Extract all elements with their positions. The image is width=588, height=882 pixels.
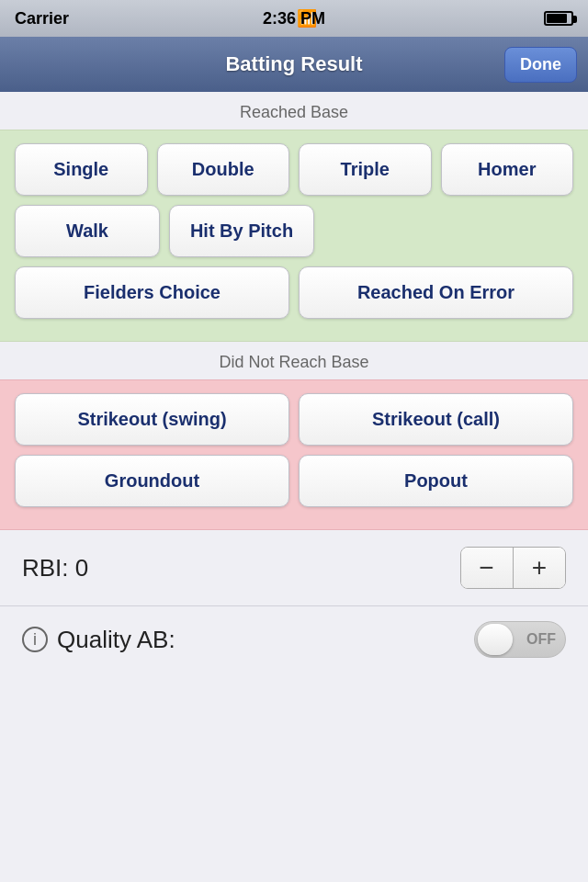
reached-base-label: Reached Base <box>0 92 588 130</box>
navigation-bar: Batting Result Done <box>0 37 588 92</box>
did-not-reach-section: Strikeout (swing) Strikeout (call) Groun… <box>0 379 588 530</box>
done-button[interactable]: Done <box>504 47 577 83</box>
quality-ab-label: Quality AB: <box>57 626 474 654</box>
rbi-stepper: − + <box>460 547 567 589</box>
walk-button[interactable]: Walk <box>15 205 160 257</box>
battery-icon <box>544 11 573 26</box>
status-bar: Carrier 📶 2:36 PM <box>0 0 588 37</box>
carrier-label: Carrier <box>15 9 69 28</box>
rbi-label: RBI: 0 <box>22 554 460 582</box>
quality-ab-row: i Quality AB: OFF <box>0 606 588 673</box>
triple-button[interactable]: Triple <box>299 143 432 196</box>
toggle-state: OFF <box>526 631 556 648</box>
reached-row-2: Walk Hit By Pitch <box>15 205 573 257</box>
hit-by-pitch-button[interactable]: Hit By Pitch <box>169 205 314 257</box>
groundout-button[interactable]: Groundout <box>15 455 289 507</box>
rbi-row: RBI: 0 − + <box>0 530 588 606</box>
single-button[interactable]: Single <box>15 143 148 196</box>
reached-row-1: Single Double Triple Homer <box>15 143 573 196</box>
page-title: Batting Result <box>225 52 362 76</box>
reached-on-error-button[interactable]: Reached On Error <box>299 266 573 319</box>
status-time: 2:36 PM <box>263 9 325 28</box>
double-button[interactable]: Double <box>157 143 290 196</box>
quality-ab-toggle[interactable]: OFF <box>474 621 566 658</box>
popout-button[interactable]: Popout <box>299 455 573 507</box>
dnr-row-2: Groundout Popout <box>15 455 573 507</box>
strikeout-call-button[interactable]: Strikeout (call) <box>299 393 573 446</box>
info-icon[interactable]: i <box>22 627 48 652</box>
toggle-knob <box>478 624 513 655</box>
rbi-minus-button[interactable]: − <box>461 548 513 588</box>
reached-base-section: Single Double Triple Homer Walk Hit By P… <box>0 130 588 342</box>
dnr-row-1: Strikeout (swing) Strikeout (call) <box>15 393 573 446</box>
strikeout-swing-button[interactable]: Strikeout (swing) <box>15 393 289 446</box>
fielders-choice-button[interactable]: Fielders Choice <box>15 266 289 319</box>
did-not-reach-label: Did Not Reach Base <box>0 342 588 379</box>
reached-row-3: Fielders Choice Reached On Error <box>15 266 573 319</box>
homer-button[interactable]: Homer <box>441 143 574 196</box>
rbi-plus-button[interactable]: + <box>514 548 565 588</box>
